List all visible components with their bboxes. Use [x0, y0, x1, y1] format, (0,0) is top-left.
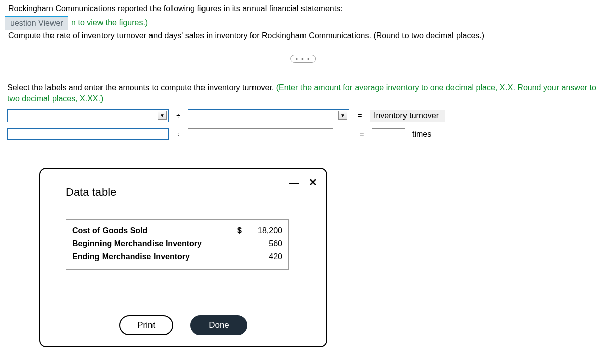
result-input[interactable] [372, 128, 405, 140]
formula-row-labels: ▼ ÷ ▼ = Inventory turnover [7, 109, 601, 122]
instruction-black: Select the labels and enter the amounts … [7, 83, 276, 92]
divide-symbol: ÷ [176, 130, 181, 138]
view-figures-link[interactable]: n to view the figures.) [71, 18, 148, 27]
expand-ellipsis-button[interactable]: • • • [290, 55, 316, 63]
equals-symbol: = [357, 111, 363, 120]
formula-row-values: ÷ = times [7, 128, 601, 140]
unit-label: times [412, 130, 431, 139]
denominator-input[interactable] [188, 128, 333, 140]
divide-symbol: ÷ [176, 112, 181, 120]
equals-symbol: = [359, 130, 365, 139]
intro-line-3: Compute the rate of inventory turnover a… [8, 31, 601, 40]
result-label: Inventory turnover [370, 110, 445, 122]
numerator-label-select[interactable] [7, 109, 169, 122]
intro-line-2: uestion Viewer n to view the figures.) [5, 15, 601, 29]
instruction-text: Select the labels and enter the amounts … [7, 82, 601, 104]
question-viewer-tab[interactable]: uestion Viewer [5, 16, 68, 30]
numerator-input[interactable] [7, 128, 169, 140]
denominator-label-select[interactable] [188, 109, 349, 122]
intro-line-1: Rockingham Communications reported the f… [8, 4, 601, 13]
